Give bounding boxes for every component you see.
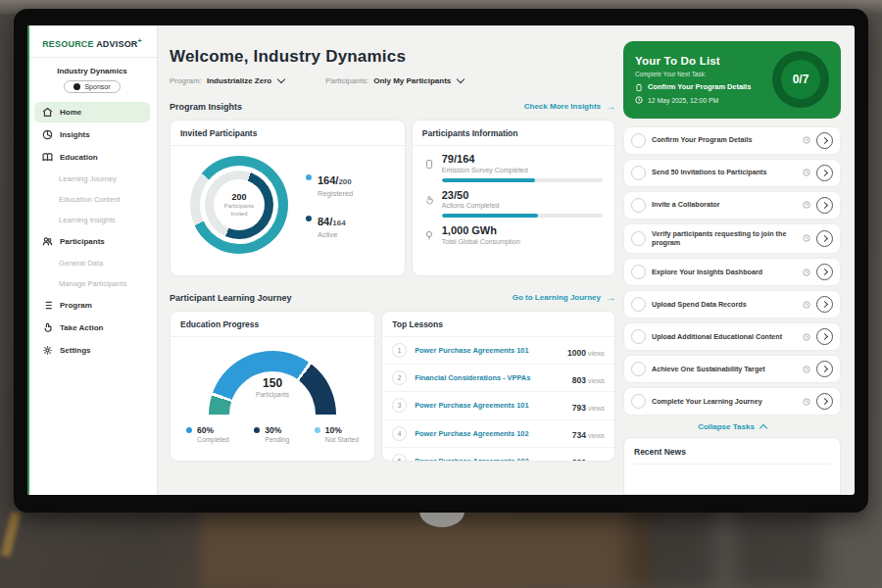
sidebar-item-program[interactable]: Program xyxy=(34,295,150,316)
check-more-insights-link[interactable]: Check More Insights → xyxy=(524,101,615,112)
lesson-rank: 2 xyxy=(392,370,407,385)
program-filter-value: Industrialize Zero xyxy=(207,76,271,85)
donut-center-value: 200 xyxy=(231,192,246,202)
lesson-link[interactable]: Power Purchase Agreements 102 xyxy=(415,429,572,438)
lesson-row: 1 Power Purchase Agreements 101 1000view… xyxy=(382,337,614,365)
task-chevron-button[interactable] xyxy=(816,197,833,214)
todo-task-row[interactable]: Explore Your Insights Dashboard xyxy=(623,258,841,286)
task-chevron-button[interactable] xyxy=(816,264,833,280)
program-filter[interactable]: Program: Industrialize Zero xyxy=(170,76,284,85)
task-label: Confirm Your Program Details xyxy=(652,135,797,145)
todo-task-row[interactable]: Confirm Your Program Details xyxy=(623,126,841,155)
clock-icon xyxy=(803,269,810,276)
legend-dot xyxy=(315,427,320,433)
task-chevron-button[interactable] xyxy=(816,230,833,247)
sidebar-item-general-data[interactable]: General Data xyxy=(34,254,150,272)
consumption-icon xyxy=(424,227,435,245)
sidebar-item-label: Participants xyxy=(60,237,105,246)
task-chevron-button[interactable] xyxy=(816,165,833,181)
lesson-link[interactable]: Power Purchase Agreements 101 xyxy=(415,401,572,410)
app-logo: RESOURCE ADVISOR+ xyxy=(27,33,157,58)
sidebar-item-education[interactable]: Education xyxy=(34,147,150,168)
app-window: RESOURCE ADVISOR+ Industry Dynamics Spon… xyxy=(27,25,855,495)
task-checkbox[interactable] xyxy=(631,329,646,344)
arrow-right-icon: → xyxy=(606,101,615,112)
legend-dot xyxy=(306,216,312,221)
sidebar-item-settings[interactable]: Settings xyxy=(34,340,150,361)
clock-icon xyxy=(803,201,810,209)
sidebar-item-participants[interactable]: Participants xyxy=(34,231,150,252)
task-checkbox[interactable] xyxy=(631,297,646,312)
task-checkbox[interactable] xyxy=(631,133,646,148)
task-checkbox[interactable] xyxy=(631,394,646,409)
gauge-center-value: 150 xyxy=(209,376,336,390)
education-progress-card: Education Progress 150 Participants 60%C… xyxy=(170,311,375,462)
task-checkbox[interactable] xyxy=(631,166,646,180)
program-insights-heading: Program Insights xyxy=(170,102,242,112)
lesson-row: 4 Power Purchase Agreements 102 734views xyxy=(382,420,614,448)
todo-due-date: 12 May 2025, 12:00 PM xyxy=(635,96,764,104)
sidebar-item-take-action[interactable]: Take Action xyxy=(34,318,150,338)
chevron-down-icon xyxy=(277,75,285,83)
education-icon xyxy=(42,152,53,163)
task-checkbox[interactable] xyxy=(631,198,646,213)
survey-progress-bar xyxy=(442,178,603,182)
go-to-learning-journey-link[interactable]: Go to Learning Journey → xyxy=(513,292,615,303)
task-label: Invite a Collaborator xyxy=(652,200,797,210)
monitor-bezel: RESOURCE ADVISOR+ Industry Dynamics Spon… xyxy=(14,9,868,513)
top-lessons-card: Top Lessons 1 Power Purchase Agreements … xyxy=(381,311,615,462)
program-filter-label: Program: xyxy=(170,76,202,85)
insights-icon xyxy=(42,129,53,140)
logo-primary: RESOURCE xyxy=(42,39,94,49)
todo-task-row[interactable]: Upload Additional Educational Content xyxy=(623,322,841,351)
lesson-link[interactable]: Financial Considerations - VPPAs xyxy=(415,373,572,382)
stat-emission-survey: 79/164 Emission Survey Completed xyxy=(424,154,603,182)
participants-filter[interactable]: Participants: Only My Participants xyxy=(325,76,464,85)
lesson-link[interactable]: Power Purchase Agreements 103 xyxy=(415,457,572,462)
program-icon xyxy=(42,300,53,311)
todo-task-row[interactable]: Achieve One Sustainability Target xyxy=(623,355,841,383)
lesson-rank: 1 xyxy=(392,343,407,358)
task-chevron-button[interactable] xyxy=(816,361,833,377)
legend-dot xyxy=(254,427,260,433)
education-legend: 60%Completed 30%Pending 10%Not Started xyxy=(171,416,374,443)
card-title: Education Progress xyxy=(171,312,374,337)
task-checkbox[interactable] xyxy=(631,362,646,376)
todo-task-row[interactable]: Complete Your Learning Journey xyxy=(623,387,841,416)
task-chevron-button[interactable] xyxy=(816,328,833,345)
task-label: Upload Spend Data Records xyxy=(652,300,797,310)
lesson-rank: 4 xyxy=(392,426,407,441)
lesson-link[interactable]: Power Purchase Agreements 101 xyxy=(415,346,567,355)
todo-task-row[interactable]: Invite a Collaborator xyxy=(623,191,841,220)
task-checkbox[interactable] xyxy=(631,265,646,279)
sidebar-item-home[interactable]: Home xyxy=(34,102,150,122)
task-chevron-button[interactable] xyxy=(816,393,833,410)
todo-task-row[interactable]: Send 50 Invitations to Participants xyxy=(623,159,841,187)
todo-sidebar: Your To Do List Complete Your Next Task:… xyxy=(623,25,855,495)
clock-icon xyxy=(803,366,810,373)
sidebar-item-learning-insights[interactable]: Learning Insights xyxy=(34,211,150,229)
todo-task-row[interactable]: Verify participants requesting to join t… xyxy=(623,223,841,254)
sidebar-item-manage-participants[interactable]: Manage Participants xyxy=(34,274,150,293)
legend-active: 84/164 Active xyxy=(306,212,353,239)
legend-completed: 60%Completed xyxy=(186,425,229,443)
collapse-tasks-link[interactable]: Collapse Tasks xyxy=(623,422,841,431)
todo-title: Your To Do List xyxy=(635,55,764,67)
participants-filter-label: Participants: xyxy=(325,76,368,85)
page-title: Welcome, Industry Dynamics xyxy=(170,47,615,67)
sidebar-item-label: Program xyxy=(60,301,92,310)
sidebar-item-insights[interactable]: Insights xyxy=(34,124,150,145)
sidebar-item-label: Education xyxy=(60,153,98,162)
gauge-center-label: Participants xyxy=(209,391,336,398)
sponsor-badge: Sponsor xyxy=(64,80,120,93)
sidebar-item-learning-journey[interactable]: Learning Journey xyxy=(34,170,150,188)
task-checkbox[interactable] xyxy=(631,231,646,246)
task-chevron-button[interactable] xyxy=(816,132,833,149)
sidebar-item-label: General Data xyxy=(59,259,103,268)
sponsor-icon xyxy=(74,83,80,90)
sidebar-item-education-content[interactable]: Education Content xyxy=(34,190,150,209)
sidebar-item-label: Home xyxy=(60,108,81,117)
task-chevron-button[interactable] xyxy=(816,296,833,313)
recent-news-card: Recent News xyxy=(623,437,841,495)
todo-task-row[interactable]: Upload Spend Data Records xyxy=(623,290,841,318)
